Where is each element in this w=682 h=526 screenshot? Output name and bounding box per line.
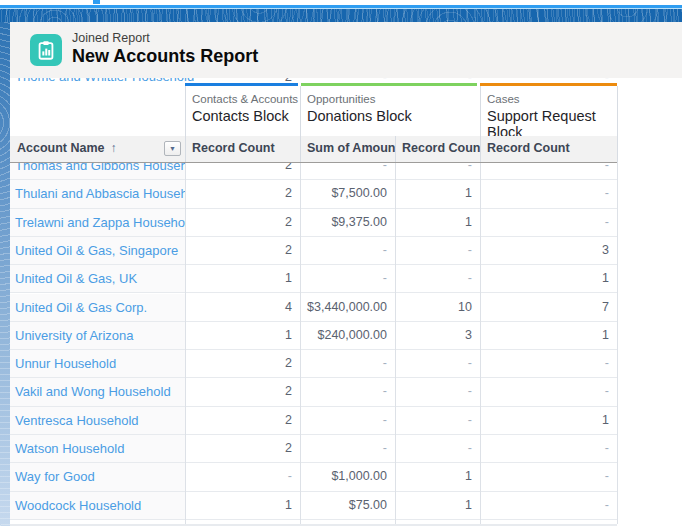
table-row: United Oil & Gas, UK1--1 <box>10 265 617 293</box>
donations-record-count-cell: 1 <box>395 180 480 207</box>
contacts-record-count-cell: 1 <box>185 322 300 349</box>
block-name-label: Contacts Block <box>192 108 298 124</box>
table-right-border <box>617 86 618 162</box>
cases-record-count-cell: - <box>480 378 617 405</box>
cases-record-count-cell: 7 <box>480 294 617 321</box>
table-row: Thulani and Abbascia Household2$7,500.00… <box>10 180 617 208</box>
contacts-record-count-cell: 2 <box>185 237 300 264</box>
contacts-record-count-cell: 2 <box>185 378 300 405</box>
donations-record-count-cell: - <box>395 237 480 264</box>
donations-record-count-cell: 3 <box>395 322 480 349</box>
column-header-row: Account Name↑ ▼ Record Count Sum of Amou… <box>10 136 617 163</box>
block-header-cases[interactable]: Cases Support Request Block <box>487 86 617 136</box>
block-source-label: Cases <box>487 93 617 105</box>
table-right-border <box>617 162 618 524</box>
cases-record-count-cell: - <box>480 180 617 207</box>
contacts-record-count-cell: 1 <box>185 492 300 519</box>
account-name-link[interactable]: Way for Good <box>15 469 95 484</box>
table-row: Vakil and Wong Household2--- <box>10 378 617 406</box>
account-name-link[interactable]: Thulani and Abbascia Household <box>15 186 185 201</box>
sum-of-amount-cell: - <box>300 407 395 434</box>
sum-of-amount-cell: $9,375.00 <box>300 209 395 236</box>
account-name-column-header[interactable]: Account Name↑ ▼ <box>10 136 185 162</box>
sort-ascending-icon: ↑ <box>111 141 117 155</box>
account-name-cell: Ventresca Household <box>10 407 185 434</box>
column-divider <box>395 162 396 524</box>
block-header-donations[interactable]: Opportunities Donations Block <box>307 86 412 136</box>
donations-record-count-cell: - <box>395 378 480 405</box>
column-divider <box>480 86 481 162</box>
account-name-link[interactable]: Trelawni and Zappa Household <box>15 215 185 230</box>
account-name-cell: Woodcock Household <box>10 492 185 519</box>
account-name-cell: Trelawni and Zappa Household <box>10 209 185 236</box>
account-name-cell: Thulani and Abbascia Household <box>10 180 185 207</box>
cases-record-count-cell: - <box>480 209 617 236</box>
account-name-link[interactable]: Unnur Household <box>15 356 116 371</box>
sum-of-amount-cell: $7,500.00 <box>300 180 395 207</box>
contacts-record-count-header[interactable]: Record Count <box>185 136 300 162</box>
donations-record-count-cell: - <box>395 407 480 434</box>
report-table-header: Contacts & Accounts Contacts Block Oppor… <box>10 83 682 162</box>
table-row: Trelawni and Zappa Household2$9,375.001- <box>10 209 617 237</box>
column-filter-dropdown-button[interactable]: ▼ <box>164 141 181 156</box>
account-name-link[interactable]: United Oil & Gas Corp. <box>15 300 147 315</box>
donations-record-count-cell: 1 <box>395 492 480 519</box>
account-name-link[interactable]: Ventresca Household <box>15 413 139 428</box>
donations-record-count-header[interactable]: Record Count <box>395 136 480 162</box>
donations-record-count-cell: 1 <box>395 463 480 490</box>
account-name-cell: United Oil & Gas Corp. <box>10 294 185 321</box>
account-name-link[interactable]: United Oil & Gas, UK <box>15 271 137 286</box>
cases-record-count-header[interactable]: Record Count <box>480 136 617 162</box>
donations-record-count-cell: 1 <box>395 209 480 236</box>
cases-record-count-cell: - <box>480 435 617 462</box>
cases-record-count-cell: 1 <box>480 407 617 434</box>
account-name-link[interactable]: Watson Household <box>15 441 124 456</box>
contacts-record-count-cell: 4 <box>185 294 300 321</box>
block-name-label: Donations Block <box>307 108 412 124</box>
contacts-record-count-cell: 2 <box>185 180 300 207</box>
sum-of-amount-header[interactable]: Sum of Amount <box>300 136 395 162</box>
column-divider <box>480 162 481 524</box>
column-divider <box>395 136 396 162</box>
account-name-link[interactable]: Woodcock Household <box>15 498 141 513</box>
table-row: Unnur Household2--- <box>10 350 617 378</box>
contacts-record-count-cell: 2 <box>185 407 300 434</box>
donations-record-count-cell: - <box>395 265 480 292</box>
table-row: Ventresca Household2--1 <box>10 407 617 435</box>
column-divider <box>300 162 301 524</box>
block-source-label: Opportunities <box>307 93 412 105</box>
sum-of-amount-cell: - <box>300 378 395 405</box>
contacts-record-count-cell: 2 <box>185 350 300 377</box>
account-name-link[interactable]: United Oil & Gas, Singapore <box>15 243 178 258</box>
block-header-contacts[interactable]: Contacts & Accounts Contacts Block <box>192 86 298 136</box>
block-source-label: Contacts & Accounts <box>192 93 298 105</box>
column-divider <box>185 86 186 162</box>
table-row: United Oil & Gas Corp.4$3,440,000.00107 <box>10 294 617 322</box>
sum-of-amount-cell: $3,440,000.00 <box>300 294 395 321</box>
block-name-area: Contacts & Accounts Contacts Block Oppor… <box>10 86 617 136</box>
lightning-background-strip <box>0 22 10 526</box>
cases-record-count-cell: - <box>480 463 617 490</box>
account-name-link[interactable]: Vakil and Wong Household <box>15 384 171 399</box>
account-name-cell: University of Arizona <box>10 322 185 349</box>
account-name-cell: United Oil & Gas, Singapore <box>10 237 185 264</box>
column-divider <box>185 162 186 524</box>
contacts-record-count-cell: 1 <box>185 265 300 292</box>
table-row: Watson Household2--- <box>10 435 617 463</box>
report-card: Joined Report New Accounts Report Thome … <box>10 22 682 526</box>
donations-record-count-cell: - <box>395 350 480 377</box>
cases-record-count-cell: - <box>480 492 617 519</box>
account-name-cell: Way for Good <box>10 463 185 490</box>
sum-of-amount-cell: $240,000.00 <box>300 322 395 349</box>
sum-of-amount-cell: - <box>300 237 395 264</box>
donations-record-count-cell: - <box>395 435 480 462</box>
sum-of-amount-cell: $1,000.00 <box>300 463 395 490</box>
account-name-header-label: Account Name <box>17 141 105 155</box>
sum-of-amount-cell: - <box>300 435 395 462</box>
account-name-link[interactable]: University of Arizona <box>15 328 134 343</box>
cases-record-count-cell: 1 <box>480 322 617 349</box>
column-divider <box>300 86 301 162</box>
account-name-cell: Watson Household <box>10 435 185 462</box>
sum-of-amount-cell: $75.00 <box>300 492 395 519</box>
cases-record-count-cell: - <box>480 350 617 377</box>
